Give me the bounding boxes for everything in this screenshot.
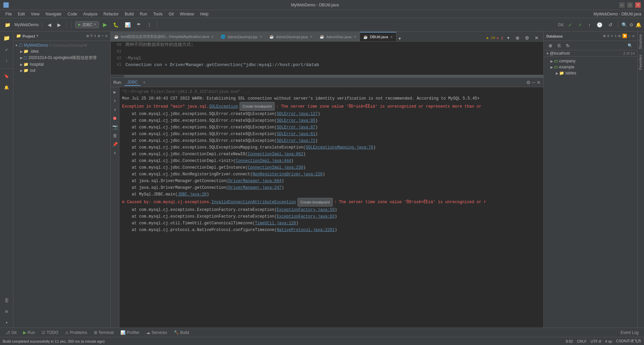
run-link-connectionimpl-230[interactable]: ConnectionImpl.java:230 — [248, 165, 303, 170]
git-check-btn[interactable]: ✓ — [566, 21, 574, 28]
sidebar-database-icon[interactable]: 🗄 — [1, 295, 12, 306]
minimize-button[interactable]: ─ — [619, 2, 625, 8]
more-run-btn[interactable]: ⋮ — [145, 21, 154, 28]
run-pin-btn[interactable]: 📌 — [111, 141, 119, 148]
git-clock-btn[interactable]: 🕐 — [595, 21, 604, 28]
settings-btn[interactable]: ⚙ — [629, 22, 634, 27]
menu-navigate[interactable]: Navigate — [43, 11, 64, 17]
tab-dbutil[interactable]: ☕ DBUtil.java ✕ — [360, 32, 396, 41]
add-col-btn[interactable]: ⊕ — [514, 35, 522, 41]
run-stop-btn[interactable]: ⏹ — [111, 115, 119, 122]
sidebar-terminal-icon[interactable]: ⊞ — [1, 306, 12, 317]
run-link-connectionimpl-862[interactable]: ConnectionImpl.java:862 — [248, 152, 303, 157]
db-item-tables[interactable]: ▶ 📁 tables — [544, 70, 637, 76]
run-link-exceptionfactory-83[interactable]: ExceptionFactory.java:83 — [277, 214, 335, 219]
run-scroll-end-btn[interactable]: ⬇ — [111, 150, 119, 157]
run-link-sqlerror-61[interactable]: SQLError.java:61 — [277, 132, 315, 136]
menu-tools[interactable]: Tools — [151, 11, 165, 17]
bottom-tab-event-log[interactable]: Event Log — [618, 330, 641, 336]
sidebar-commit-icon[interactable]: ✔ — [1, 44, 12, 55]
tooltip-create-breakpoint-2[interactable]: Create breakpoint — [298, 198, 333, 207]
forward-btn[interactable]: ▶ — [55, 21, 63, 28]
tree-idea[interactable]: ▶ 📁 .idea — [13, 48, 110, 54]
run-step-out-btn[interactable]: ⬇ — [111, 106, 119, 113]
sidebar-pullrequest-icon[interactable]: ↕ — [1, 56, 12, 66]
panel-icon-sort[interactable]: ⬇ — [94, 34, 96, 39]
editor-scroll-thumb[interactable] — [124, 75, 543, 78]
maximize-button[interactable]: □ — [627, 2, 633, 8]
profile-btn[interactable]: 📊 — [123, 21, 132, 28]
db-up-icon[interactable]: ⬆ — [611, 34, 613, 39]
run-link-exceptionfactory-59[interactable]: ExceptionFactory.java:59 — [277, 208, 335, 212]
run-config-dropdown[interactable]: ▶ JDBC ▼ — [75, 21, 99, 28]
db-add-btn[interactable]: ⊕ — [546, 42, 554, 49]
run-link-drivermanager-664[interactable]: DriverManager.java:664 — [228, 179, 281, 183]
db-refresh-btn[interactable]: ↻ — [564, 42, 572, 49]
tree-springboot[interactable]: ▶ ☐ 20201014-01-springboot医院信息管理 — [13, 54, 110, 61]
bottom-tab-services[interactable]: ☁ Services — [144, 330, 170, 336]
db-settings-icon[interactable]: ⚙ — [618, 34, 621, 39]
run-settings-btn[interactable]: ⚙ — [526, 80, 531, 85]
run-link-nonregisteringdriver[interactable]: NonRegisteringDriver.java:226 — [253, 172, 323, 177]
run-link-invalidconnection[interactable]: InvalidConnectionAttributeException — [211, 199, 296, 206]
db-filter-icon[interactable]: 🔽 — [622, 34, 627, 39]
panel-icon-settings[interactable]: ⚙ — [98, 34, 100, 39]
tab-dbutil-close[interactable]: ✕ — [390, 35, 393, 39]
close-button[interactable]: ✕ — [635, 2, 641, 8]
tab-admindaoimpl-java-close[interactable]: ✕ — [310, 35, 313, 39]
git-check2-btn[interactable]: ✓ — [576, 21, 584, 28]
menu-file[interactable]: File — [3, 11, 14, 17]
notifications-btn[interactable]: 🔔 — [636, 22, 641, 27]
bottom-tab-git[interactable]: ⎇ Git — [3, 330, 19, 336]
run-link-timeutil-128[interactable]: TimeUtil.java:128 — [255, 221, 296, 226]
run-resume-btn[interactable]: ▶ — [111, 89, 119, 96]
tree-hospital[interactable]: ▶ 📁 hospital — [13, 61, 110, 67]
bottom-tab-build[interactable]: 🔨 Build — [171, 330, 192, 336]
menu-edit[interactable]: Edit — [15, 11, 28, 17]
menu-help[interactable]: Help — [198, 11, 211, 17]
run-link-drivermanager-247[interactable]: DriverManager.java:247 — [228, 185, 281, 190]
tree-out[interactable]: ▶ 📁 out — [13, 67, 110, 73]
bottom-tab-run[interactable]: ▶ Run — [20, 330, 38, 336]
run-btn[interactable]: ▶ — [101, 21, 109, 28]
panel-icon-close[interactable]: ─ — [102, 34, 104, 39]
git-revert-btn[interactable]: ↺ — [606, 21, 614, 28]
back-btn[interactable]: ◀ — [46, 21, 53, 28]
db-minus-icon[interactable]: ─ — [629, 34, 631, 39]
run-clear-btn[interactable]: 🗑 — [111, 132, 119, 139]
bottom-tab-problems[interactable]: ⚠ Problems — [62, 330, 90, 336]
tree-root[interactable]: ▼ ☐ MyWebDemo C:\Users\yx\Desktop\M — [13, 42, 110, 48]
tab-overflow-btn[interactable]: ▼ — [396, 36, 403, 41]
run-tab-close[interactable]: ✕ — [143, 80, 146, 85]
run-link-nativeprotocol-2201[interactable]: NativeProtocol.java:2201 — [277, 228, 335, 232]
search-btn[interactable]: 🔍 — [622, 22, 627, 27]
db-close-icon[interactable]: ✕ — [632, 34, 635, 39]
db-list-icon[interactable]: ≡ — [607, 34, 609, 39]
tab-admindao[interactable]: ☕ AdminDao.java ✕ — [316, 32, 360, 41]
git-push-btn[interactable]: ↑ — [586, 21, 593, 28]
menu-window[interactable]: Window — [177, 11, 197, 17]
tab-hospital-application[interactable]: ☕ boot医院信息管理系统源码\...\HospitalApplication… — [111, 32, 217, 41]
run-link-connectionimpl-444[interactable]: ConnectionImpl.java:444 — [235, 159, 291, 163]
menu-code[interactable]: Code — [65, 11, 80, 17]
panel-icon-minimize[interactable]: ✕ — [105, 34, 108, 39]
panel-icon-expand[interactable]: ⊞ — [87, 34, 89, 39]
run-minimize-btn[interactable]: ─ — [532, 80, 535, 85]
run-link-sqlerror-127[interactable]: SQLError.java:127 — [277, 112, 318, 116]
debug-btn[interactable]: 🐛 — [111, 21, 121, 28]
coverage-btn[interactable]: ☂ — [135, 21, 143, 28]
sidebar-notifications-icon[interactable]: 🔔 — [1, 82, 12, 93]
col-settings-btn[interactable]: ⚙ — [523, 35, 531, 41]
run-link-sqlerror-87[interactable]: SQLError.java:87 — [277, 125, 315, 130]
panel-icon-collapse[interactable]: ≡ — [90, 34, 93, 39]
col-close-btn[interactable]: ✕ — [533, 35, 541, 41]
menu-view[interactable]: View — [28, 11, 42, 17]
sidebar-star-icon[interactable]: ★ — [1, 317, 12, 328]
db-copy-btn[interactable]: ⎘ — [556, 42, 562, 49]
db-search-btn[interactable]: 🔍 — [626, 43, 635, 49]
run-output[interactable]: "C:\Program Files\Java\jdk1.8.0_152\bin\… — [119, 87, 543, 328]
run-link-sqlerror-71[interactable]: SQLError.java:71 — [277, 138, 315, 143]
tab-admindao-close[interactable]: ✕ — [354, 35, 356, 39]
run-link-sqlexceptionsmapping[interactable]: SQLExceptionsMapping.java:76 — [306, 145, 373, 150]
favorites-label[interactable]: Favorites — [638, 52, 644, 72]
